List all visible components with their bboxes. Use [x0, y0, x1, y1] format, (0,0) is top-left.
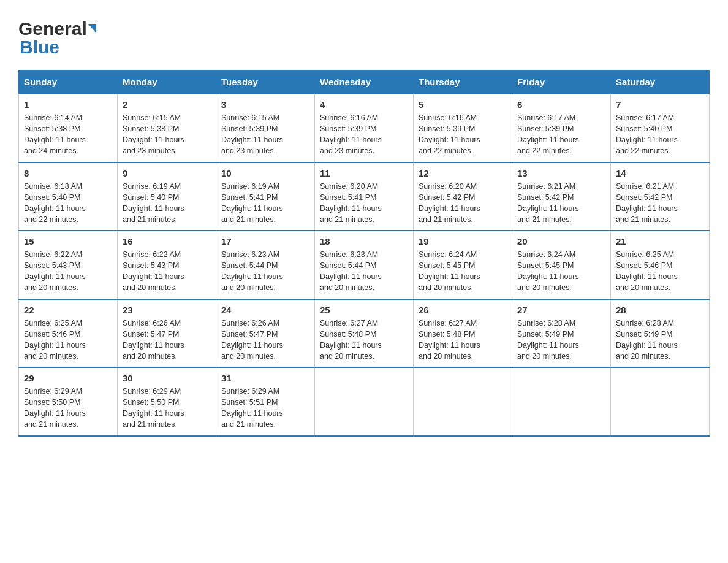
day-number: 9 [123, 168, 211, 178]
day-number: 8 [24, 168, 112, 178]
day-cell-15: 15Sunrise: 6:22 AMSunset: 5:43 PMDayligh… [19, 231, 118, 299]
day-number: 17 [221, 236, 309, 247]
week-row-4: 22Sunrise: 6:25 AMSunset: 5:46 PMDayligh… [19, 299, 710, 368]
day-info: Sunrise: 6:17 AMSunset: 5:39 PMDaylight:… [517, 112, 605, 157]
logo: General Blue [18, 18, 96, 58]
day-info: Sunrise: 6:26 AMSunset: 5:47 PMDaylight:… [221, 318, 309, 362]
day-number: 19 [419, 236, 507, 247]
day-cell-31: 31Sunrise: 6:29 AMSunset: 5:51 PMDayligh… [216, 367, 315, 436]
week-row-5: 29Sunrise: 6:29 AMSunset: 5:50 PMDayligh… [19, 367, 710, 436]
day-number: 24 [221, 305, 309, 315]
day-number: 10 [221, 168, 309, 178]
calendar-table: SundayMondayTuesdayWednesdayThursdayFrid… [18, 70, 710, 437]
day-cell-2: 2Sunrise: 6:15 AMSunset: 5:38 PMDaylight… [118, 94, 216, 163]
day-info: Sunrise: 6:16 AMSunset: 5:39 PMDaylight:… [320, 112, 408, 157]
col-header-sunday: Sunday [19, 71, 118, 94]
day-number: 20 [517, 236, 605, 247]
day-info: Sunrise: 6:16 AMSunset: 5:39 PMDaylight:… [419, 112, 507, 157]
day-cell-14: 14Sunrise: 6:21 AMSunset: 5:42 PMDayligh… [611, 163, 710, 231]
day-number: 23 [123, 305, 211, 315]
day-cell-28: 28Sunrise: 6:28 AMSunset: 5:49 PMDayligh… [611, 299, 710, 368]
day-cell-8: 8Sunrise: 6:18 AMSunset: 5:40 PMDaylight… [19, 163, 118, 231]
week-row-1: 1Sunrise: 6:14 AMSunset: 5:38 PMDaylight… [19, 94, 710, 163]
day-number: 22 [24, 305, 112, 315]
empty-cell [315, 367, 414, 436]
day-info: Sunrise: 6:29 AMSunset: 5:51 PMDaylight:… [221, 386, 309, 431]
day-number: 7 [616, 99, 704, 110]
day-cell-27: 27Sunrise: 6:28 AMSunset: 5:49 PMDayligh… [512, 299, 611, 368]
col-header-saturday: Saturday [611, 71, 710, 94]
logo-blue-text: Blue [20, 37, 59, 58]
day-info: Sunrise: 6:22 AMSunset: 5:43 PMDaylight:… [123, 249, 211, 294]
day-number: 6 [517, 99, 605, 110]
day-info: Sunrise: 6:25 AMSunset: 5:46 PMDaylight:… [616, 249, 704, 294]
day-info: Sunrise: 6:14 AMSunset: 5:38 PMDaylight:… [24, 112, 112, 157]
col-header-monday: Monday [118, 71, 216, 94]
day-number: 31 [221, 373, 309, 383]
day-info: Sunrise: 6:19 AMSunset: 5:40 PMDaylight:… [123, 181, 211, 226]
day-number: 16 [123, 236, 211, 247]
day-cell-20: 20Sunrise: 6:24 AMSunset: 5:45 PMDayligh… [512, 231, 611, 299]
day-info: Sunrise: 6:23 AMSunset: 5:44 PMDaylight:… [221, 249, 309, 294]
day-number: 26 [419, 305, 507, 315]
day-info: Sunrise: 6:24 AMSunset: 5:45 PMDaylight:… [419, 249, 507, 294]
day-cell-1: 1Sunrise: 6:14 AMSunset: 5:38 PMDaylight… [19, 94, 118, 163]
empty-cell [512, 367, 611, 436]
day-cell-5: 5Sunrise: 6:16 AMSunset: 5:39 PMDaylight… [414, 94, 512, 163]
week-row-3: 15Sunrise: 6:22 AMSunset: 5:43 PMDayligh… [19, 231, 710, 299]
day-info: Sunrise: 6:24 AMSunset: 5:45 PMDaylight:… [517, 249, 605, 294]
day-info: Sunrise: 6:19 AMSunset: 5:41 PMDaylight:… [221, 181, 309, 226]
day-number: 15 [24, 236, 112, 247]
empty-cell [611, 367, 710, 436]
day-cell-11: 11Sunrise: 6:20 AMSunset: 5:41 PMDayligh… [315, 163, 414, 231]
day-cell-9: 9Sunrise: 6:19 AMSunset: 5:40 PMDaylight… [118, 163, 216, 231]
day-cell-4: 4Sunrise: 6:16 AMSunset: 5:39 PMDaylight… [315, 94, 414, 163]
day-cell-10: 10Sunrise: 6:19 AMSunset: 5:41 PMDayligh… [216, 163, 315, 231]
logo-arrow-icon [88, 24, 96, 33]
day-number: 2 [123, 99, 211, 110]
logo-general-text: General [18, 18, 87, 39]
day-cell-7: 7Sunrise: 6:17 AMSunset: 5:40 PMDaylight… [611, 94, 710, 163]
day-cell-18: 18Sunrise: 6:23 AMSunset: 5:44 PMDayligh… [315, 231, 414, 299]
day-info: Sunrise: 6:29 AMSunset: 5:50 PMDaylight:… [123, 386, 211, 431]
day-cell-26: 26Sunrise: 6:27 AMSunset: 5:48 PMDayligh… [414, 299, 512, 368]
day-info: Sunrise: 6:23 AMSunset: 5:44 PMDaylight:… [320, 249, 408, 294]
day-number: 3 [221, 99, 309, 110]
day-cell-3: 3Sunrise: 6:15 AMSunset: 5:39 PMDaylight… [216, 94, 315, 163]
day-info: Sunrise: 6:28 AMSunset: 5:49 PMDaylight:… [517, 318, 605, 362]
col-header-thursday: Thursday [414, 71, 512, 94]
day-info: Sunrise: 6:27 AMSunset: 5:48 PMDaylight:… [320, 318, 408, 362]
week-row-2: 8Sunrise: 6:18 AMSunset: 5:40 PMDaylight… [19, 163, 710, 231]
day-cell-22: 22Sunrise: 6:25 AMSunset: 5:46 PMDayligh… [19, 299, 118, 368]
day-cell-12: 12Sunrise: 6:20 AMSunset: 5:42 PMDayligh… [414, 163, 512, 231]
day-info: Sunrise: 6:21 AMSunset: 5:42 PMDaylight:… [517, 181, 605, 226]
calendar-header-row: SundayMondayTuesdayWednesdayThursdayFrid… [19, 71, 710, 94]
empty-cell [414, 367, 512, 436]
col-header-wednesday: Wednesday [315, 71, 414, 94]
day-number: 25 [320, 305, 408, 315]
day-cell-17: 17Sunrise: 6:23 AMSunset: 5:44 PMDayligh… [216, 231, 315, 299]
day-number: 14 [616, 168, 704, 178]
day-cell-21: 21Sunrise: 6:25 AMSunset: 5:46 PMDayligh… [611, 231, 710, 299]
day-cell-25: 25Sunrise: 6:27 AMSunset: 5:48 PMDayligh… [315, 299, 414, 368]
day-cell-29: 29Sunrise: 6:29 AMSunset: 5:50 PMDayligh… [19, 367, 118, 436]
day-cell-24: 24Sunrise: 6:26 AMSunset: 5:47 PMDayligh… [216, 299, 315, 368]
day-info: Sunrise: 6:21 AMSunset: 5:42 PMDaylight:… [616, 181, 704, 226]
day-info: Sunrise: 6:26 AMSunset: 5:47 PMDaylight:… [123, 318, 211, 362]
day-info: Sunrise: 6:20 AMSunset: 5:42 PMDaylight:… [419, 181, 507, 226]
col-header-tuesday: Tuesday [216, 71, 315, 94]
day-cell-19: 19Sunrise: 6:24 AMSunset: 5:45 PMDayligh… [414, 231, 512, 299]
day-info: Sunrise: 6:29 AMSunset: 5:50 PMDaylight:… [24, 386, 112, 431]
day-number: 27 [517, 305, 605, 315]
day-info: Sunrise: 6:18 AMSunset: 5:40 PMDaylight:… [24, 181, 112, 226]
day-info: Sunrise: 6:15 AMSunset: 5:39 PMDaylight:… [221, 112, 309, 157]
day-info: Sunrise: 6:25 AMSunset: 5:46 PMDaylight:… [24, 318, 112, 362]
col-header-friday: Friday [512, 71, 611, 94]
page-header: General Blue [18, 18, 710, 58]
day-cell-30: 30Sunrise: 6:29 AMSunset: 5:50 PMDayligh… [118, 367, 216, 436]
day-number: 18 [320, 236, 408, 247]
day-cell-13: 13Sunrise: 6:21 AMSunset: 5:42 PMDayligh… [512, 163, 611, 231]
day-number: 13 [517, 168, 605, 178]
day-info: Sunrise: 6:27 AMSunset: 5:48 PMDaylight:… [419, 318, 507, 362]
day-number: 30 [123, 373, 211, 383]
